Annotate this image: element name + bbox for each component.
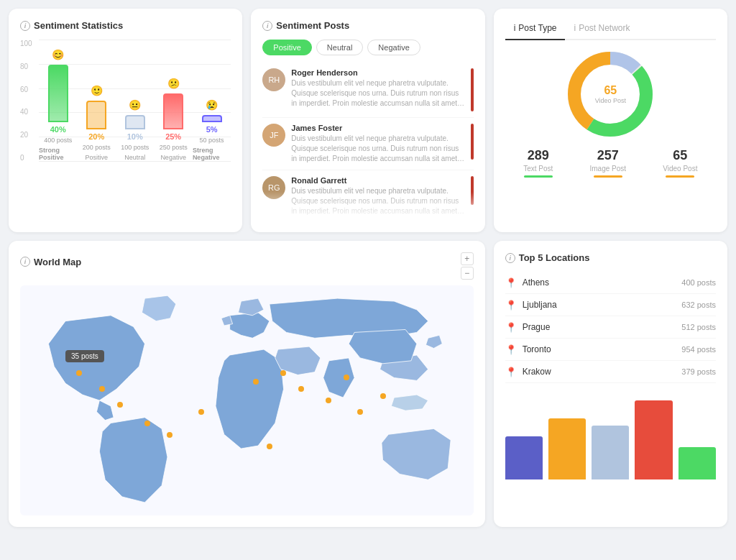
location-name-0: Athens — [523, 277, 682, 288]
bars-container: 😊40%400 postsStrong Positive🙂20%200 post… — [39, 40, 231, 162]
location-name-2: Prague — [523, 322, 682, 332]
bar-emoji-4: 😢 — [206, 99, 218, 111]
map-dot-13 — [267, 444, 272, 449]
map-container: 35 posts — [20, 285, 474, 515]
map-dot-5 — [198, 409, 204, 415]
post-stat-1: 257Image Post — [590, 148, 627, 178]
map-dot-9 — [326, 398, 331, 403]
bar-group-1: 🙂20%200 postsPositive — [77, 85, 115, 161]
top-locations-card: i Top 5 Locations 📍Athens400 posts📍Ljubl… — [494, 241, 727, 527]
post-type-tabs: i Post Type i Post Network — [505, 20, 716, 40]
map-dot-11 — [357, 409, 363, 415]
loc-bar-3 — [635, 400, 672, 479]
location-item-4: 📍Krakow379 posts — [505, 361, 716, 383]
location-posts-1: 632 posts — [681, 300, 716, 309]
map-dot-6 — [253, 379, 259, 385]
tab-post-type[interactable]: i Post Type — [505, 20, 566, 40]
tab-negative[interactable]: Negative — [367, 40, 420, 55]
loc-bar-2 — [592, 426, 629, 479]
loc-bar-0 — [505, 436, 543, 479]
post-avatar-0: RH — [262, 68, 285, 91]
post-author-0: Roger Henderson — [291, 68, 464, 77]
location-name-1: Ljubljana — [523, 300, 682, 310]
sentiment-chart: 100 80 60 40 20 0 😊40%400 postsStrong Po… — [20, 40, 231, 183]
sentiment-posts-card: i Sentiment Posts Positive Neutral Negat… — [251, 9, 484, 232]
map-header: i World Map + − — [20, 252, 474, 280]
location-pin-0: 📍 — [505, 277, 517, 288]
location-pin-2: 📍 — [505, 321, 517, 333]
bar-0 — [48, 65, 68, 122]
info-icon: i — [20, 21, 30, 31]
bar-emoji-1: 🙂 — [91, 85, 103, 96]
map-dot-12 — [380, 393, 386, 399]
stat-bar-1 — [594, 175, 622, 178]
sentiment-posts-title: i Sentiment Posts — [262, 20, 473, 31]
map-dot-1 — [99, 386, 105, 392]
bar-emoji-2: 😐 — [129, 99, 141, 111]
map-zoom-out[interactable]: − — [461, 267, 474, 280]
sentiment-bar-0 — [471, 68, 474, 111]
map-zoom-in[interactable]: + — [461, 252, 474, 265]
location-item-3: 📍Toronto954 posts — [505, 339, 716, 361]
loc-bar-1 — [548, 418, 586, 479]
world-map-card: i World Map + − — [9, 241, 485, 527]
filter-tabs: Positive Neutral Negative — [262, 40, 473, 55]
map-dot-0 — [76, 370, 82, 376]
sentiment-statistics-card: i Sentiment Statistics 100 80 60 40 20 0 — [9, 9, 242, 232]
map-dot-8 — [298, 386, 304, 392]
location-posts-0: 400 posts — [681, 278, 716, 287]
location-item-2: 📍Prague512 posts — [505, 316, 716, 339]
sentiment-bar-1 — [471, 124, 474, 160]
post-stat-2: 65Video Post — [663, 148, 697, 178]
bar-3 — [163, 93, 183, 129]
location-name-4: Krakow — [523, 367, 682, 377]
bar-group-4: 😢5%50 postsStreng Negative — [193, 99, 231, 161]
tab-neutral[interactable]: Neutral — [316, 40, 363, 55]
map-dot-3 — [144, 421, 150, 426]
bar-1 — [86, 101, 106, 129]
map-dot-4 — [167, 432, 172, 438]
tab-post-network[interactable]: i Post Network — [565, 20, 638, 40]
location-item-1: 📍Ljubljana632 posts — [505, 294, 716, 316]
bar-emoji-3: 😕 — [167, 78, 180, 89]
location-name-3: Toronto — [523, 344, 682, 354]
post-avatar-1: JF — [262, 124, 285, 147]
map-dot-10 — [344, 375, 349, 380]
location-bar-chart — [505, 393, 716, 479]
location-pin-4: 📍 — [505, 366, 517, 377]
location-list: 📍Athens400 posts📍Ljubljana632 posts📍Prag… — [505, 272, 716, 383]
post-text-0: Duis vestibulum elit vel neque pharetra … — [291, 78, 464, 109]
post-author-2: Ronald Garrett — [291, 176, 464, 185]
top-locations-title: i Top 5 Locations — [505, 252, 716, 263]
y-axis: 100 80 60 40 20 0 — [20, 40, 36, 162]
sentiment-stats-title: i Sentiment Statistics — [20, 20, 231, 31]
bar-group-2: 😐10%100 postsNeutral — [116, 99, 154, 161]
tab-positive[interactable]: Positive — [262, 40, 312, 55]
map-dot-7 — [280, 370, 286, 376]
stat-bar-0 — [524, 175, 553, 178]
location-posts-3: 954 posts — [681, 345, 716, 354]
map-controls: + − — [461, 252, 474, 280]
bar-group-0: 😊40%400 postsStrong Positive — [39, 49, 77, 161]
map-tooltip: 35 posts — [65, 350, 104, 362]
posts-list: RHRoger HendersonDuis vestibulum elit ve… — [262, 63, 473, 221]
location-pin-1: 📍 — [505, 299, 517, 311]
bar-4 — [202, 115, 222, 122]
donut-chart: 65 Video Post — [564, 47, 657, 141]
post-item-0: RHRoger HendersonDuis vestibulum elit ve… — [262, 63, 473, 118]
post-text-1: Duis vestibulum elit vel neque pharetra … — [291, 134, 464, 164]
donut-label: 65 Video Post — [595, 84, 626, 104]
loc-bar-4 — [678, 447, 716, 479]
info-icon-posts: i — [262, 21, 272, 31]
location-posts-2: 512 posts — [681, 323, 716, 331]
bar-emoji-0: 😊 — [52, 49, 64, 60]
bar-group-3: 😕25%250 postsNegative — [154, 78, 192, 161]
world-map-title: i World Map — [20, 257, 81, 267]
post-type-network-card: i Post Type i Post Network — [494, 9, 727, 232]
bar-2 — [125, 115, 145, 129]
stat-bar-2 — [666, 175, 694, 178]
location-item-0: 📍Athens400 posts — [505, 272, 716, 294]
post-stat-0: 289Text Post — [523, 148, 553, 178]
post-author-1: James Foster — [291, 124, 464, 132]
post-stats: 289Text Post257Image Post65Video Post — [505, 148, 716, 178]
